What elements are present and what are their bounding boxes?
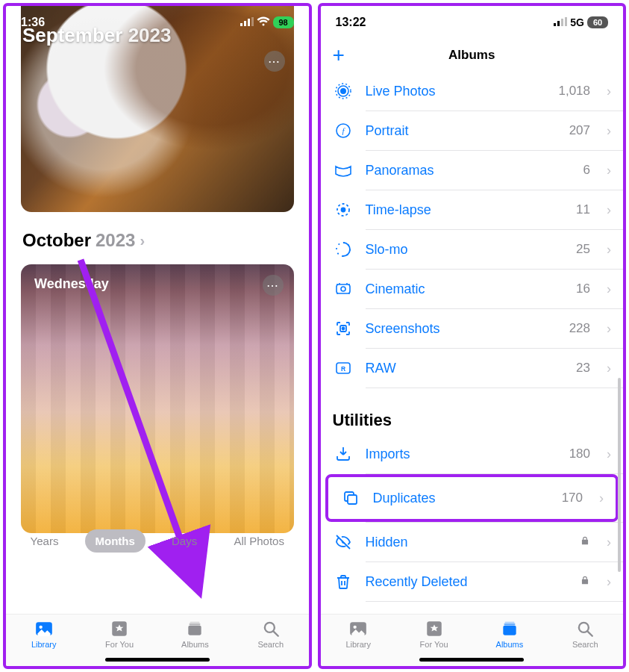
- segment-days[interactable]: Days: [161, 529, 207, 553]
- status-right: 5G 60: [554, 16, 608, 29]
- svg-text:R: R: [340, 365, 345, 373]
- status-time: 13:22: [336, 16, 366, 29]
- tab-label: For You: [420, 640, 448, 649]
- chevron-right-icon: ›: [607, 84, 611, 99]
- lock-icon: [580, 535, 590, 549]
- status-bar: 13:22 5G 60: [321, 6, 624, 39]
- tab-albums[interactable]: Albums: [172, 619, 217, 649]
- svg-point-28: [342, 328, 344, 330]
- chevron-right-icon: ›: [607, 123, 611, 139]
- album-row-imports[interactable]: Imports180›: [321, 435, 624, 473]
- album-row-screenshots[interactable]: Screenshots228›: [321, 309, 624, 348]
- more-button[interactable]: ⋯: [264, 51, 285, 72]
- svg-rect-3: [251, 17, 254, 26]
- gradient-stripes: [21, 264, 294, 533]
- battery-indicator: 98: [273, 16, 294, 28]
- album-row-live-photos[interactable]: Live Photos1,018›: [321, 72, 624, 111]
- album-row-duplicates[interactable]: Duplicates170›: [328, 477, 616, 519]
- svg-rect-35: [503, 626, 516, 635]
- svg-point-33: [354, 626, 357, 629]
- segment-months[interactable]: Months: [85, 529, 145, 553]
- row-count: 1,018: [558, 84, 590, 99]
- tab-for-you[interactable]: For You: [97, 619, 142, 649]
- home-indicator[interactable]: [419, 658, 524, 662]
- svg-rect-16: [565, 17, 567, 26]
- media-types-list: Live Photos1,018›fPortrait207›Panoramas6…: [321, 72, 624, 388]
- svg-rect-36: [504, 623, 515, 625]
- tab-albums[interactable]: Albums: [487, 619, 532, 649]
- row-label: Portrait: [366, 123, 557, 139]
- tab-for-you[interactable]: For You: [412, 619, 457, 649]
- svg-point-17: [340, 89, 345, 93]
- svg-point-6: [39, 626, 42, 629]
- tab-library[interactable]: Library: [336, 619, 381, 649]
- row-label: Duplicates: [373, 491, 550, 506]
- svg-text:f: f: [342, 126, 345, 135]
- library-scroll[interactable]: 1:36 98 September 2023 ⋯ October 2023 ›: [6, 6, 309, 614]
- chevron-right-icon: ›: [607, 163, 611, 178]
- svg-rect-14: [557, 21, 560, 26]
- home-indicator[interactable]: [105, 658, 210, 662]
- tab-library[interactable]: Library: [22, 619, 66, 649]
- tab-search[interactable]: Search: [248, 619, 293, 649]
- row-label: Imports: [366, 447, 557, 462]
- album-row-slo-mo[interactable]: Slo-mo25›: [321, 230, 624, 269]
- network-type: 5G: [570, 16, 584, 28]
- segment-years[interactable]: Years: [20, 529, 69, 553]
- section-year: 2023: [96, 230, 135, 251]
- timelapse-icon: [333, 201, 354, 219]
- day-label: Wednesday: [34, 276, 109, 292]
- portrait-icon: f: [333, 122, 354, 140]
- album-row-cinematic[interactable]: Cinematic16›: [321, 270, 624, 308]
- segment-all-photos[interactable]: All Photos: [223, 529, 295, 553]
- svg-rect-9: [190, 623, 201, 625]
- svg-rect-13: [554, 23, 556, 26]
- tab-label: Library: [345, 640, 371, 649]
- row-count: 11: [576, 202, 590, 217]
- status-bar: 1:36 98: [6, 6, 309, 39]
- albums-icon: [500, 619, 519, 638]
- row-label: Hidden: [366, 535, 569, 550]
- row-separator: [366, 601, 624, 602]
- svg-rect-0: [240, 23, 242, 26]
- month-section-october[interactable]: October 2023 ›: [22, 230, 145, 251]
- svg-rect-2: [248, 19, 250, 26]
- album-row-recently-deleted[interactable]: Recently Deleted›: [321, 562, 624, 601]
- chevron-right-icon: ›: [140, 232, 145, 249]
- row-label: Time-lapse: [366, 202, 565, 218]
- chevron-right-icon: ›: [607, 202, 611, 218]
- album-row-panoramas[interactable]: Panoramas6›: [321, 151, 624, 190]
- row-label: Slo-mo: [366, 242, 565, 258]
- svg-point-11: [265, 623, 275, 632]
- duplicates-icon: [340, 489, 361, 507]
- day-card-wednesday[interactable]: Wednesday ⋯: [21, 264, 294, 533]
- row-label: Live Photos: [366, 84, 547, 99]
- svg-rect-8: [189, 626, 201, 635]
- library-icon: [348, 619, 368, 638]
- album-row-raw[interactable]: RRAW23›: [321, 349, 624, 388]
- more-button[interactable]: ⋯: [263, 275, 284, 296]
- section-month: October: [22, 230, 91, 251]
- row-label: Panoramas: [366, 163, 572, 178]
- album-row-hidden[interactable]: Hidden›: [321, 523, 624, 561]
- battery-indicator: 60: [587, 16, 608, 28]
- nav-header: + Albums: [321, 39, 624, 72]
- chevron-right-icon: ›: [607, 242, 611, 258]
- svg-rect-25: [337, 284, 350, 293]
- tab-search[interactable]: Search: [563, 619, 607, 649]
- add-button[interactable]: +: [333, 45, 345, 66]
- chevron-right-icon: ›: [607, 281, 611, 297]
- row-count: 207: [569, 123, 590, 138]
- albums-scroll[interactable]: Live Photos1,018›fPortrait207›Panoramas6…: [321, 72, 624, 614]
- row-count: 25: [576, 242, 590, 257]
- lock-icon: [580, 575, 590, 588]
- for-you-icon: [110, 619, 129, 638]
- album-row-time-lapse[interactable]: Time-lapse11›: [321, 190, 624, 229]
- chevron-right-icon: ›: [599, 491, 604, 506]
- search-icon: [261, 619, 281, 638]
- highlight-duplicates: Duplicates170›: [325, 474, 619, 522]
- album-row-portrait[interactable]: fPortrait207›: [321, 111, 624, 150]
- tab-label: Albums: [181, 640, 209, 649]
- row-label: RAW: [366, 361, 565, 376]
- for-you-icon: [425, 619, 444, 638]
